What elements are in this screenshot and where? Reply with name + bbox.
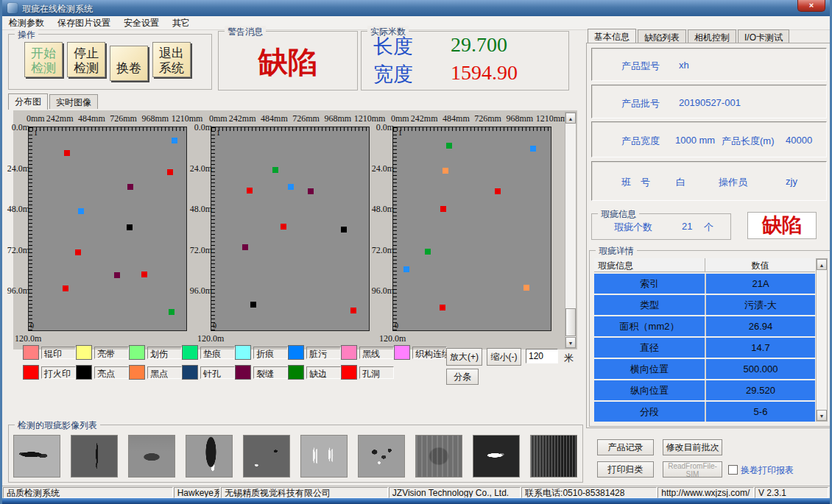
tab-right-3[interactable]: 相机控制 [688,29,736,44]
plot-scrollbar[interactable]: ▲▼ [565,112,577,349]
shift-label: 班 号 [621,176,650,189]
defect-point [530,146,536,152]
x-tick-label: 242mm [46,113,74,124]
table-scrollbar[interactable]: ▲ ▼ [816,258,828,422]
operation-caption: 操作 [15,29,38,41]
x-tick-label: 242mm [411,113,438,124]
y-tick-label: 48.0m [363,204,394,215]
table-row[interactable]: 纵向位置29.520 [594,380,815,400]
table-row[interactable]: 直径14.7 [594,338,815,358]
y-tick-label: 96.0m [181,285,212,297]
x-axis-ticks [211,127,369,131]
title-bar: 瑕疵在线检测系统 × [2,0,830,16]
checkbox-icon[interactable] [728,465,738,475]
defect-thumbnail-10[interactable] [530,435,577,478]
print-on-rollchange-option[interactable]: 换卷打印报表 [728,464,794,477]
width-value: 1594.90 [451,61,518,88]
meter-unit-label: 米 [564,352,574,365]
row-name-cell: 类型 [594,299,705,312]
defect-thumbnail-8[interactable] [415,435,462,478]
defect-thumbnail-1[interactable] [13,435,60,478]
tab-right-2[interactable]: 缺陷列表 [638,29,686,44]
scroll-down-icon[interactable]: ▼ [565,337,576,348]
op-button-start[interactable]: 开始检测 [24,42,63,77]
split-button[interactable]: 分条 [446,369,479,385]
legend-swatch [341,345,357,360]
defect-detail-group: 瑕疵详情 瑕疵信息 数值 索引21A类型污渍-大面积（mm2）26.94直径14… [589,250,831,427]
distribution-plot-area: 100mm242mm484mm726mm968mm1210mm0.0m24.0m… [13,110,577,349]
zoom-in-button[interactable]: 放大(+) [446,348,482,366]
op-button-stop[interactable]: 停止检测 [67,42,105,77]
shift-value: 白 [676,176,685,189]
print-classify-button[interactable]: 打印归类 [597,461,654,478]
defect-thumbnail-9[interactable] [473,435,520,478]
product-batch-box: 产品批号 20190527-001 [591,85,827,118]
menu-item-2[interactable]: 保存图片设置 [51,17,117,29]
product-record-button[interactable]: 产品记录 [597,439,654,455]
table-row[interactable]: 面积（mm2）26.94 [594,316,815,336]
scatter-panel-3[interactable]: 10 [392,127,551,331]
legend-label: 垫痕 [200,347,235,359]
table-row[interactable]: 类型污渍-大 [594,295,815,315]
y-bottom-label: 120.0m [197,333,224,344]
panel-index-label: 1 [34,129,38,137]
app-window: 瑕疵在线检测系统 × 检测参数保存图片设置安全设置其它 操作 开始检测停止检测换… [0,0,832,504]
status-section-4: JZVision Technology Co., Ltd. [389,487,521,498]
tab-view-2[interactable]: 实时图像 [49,94,98,109]
menu-item-3[interactable]: 安全设置 [117,17,166,29]
defect-point [288,184,294,190]
range-input[interactable] [526,349,558,363]
col-header-value[interactable]: 数值 [705,258,815,271]
read-from-file-button[interactable]: ReadFromFile-SIM [663,461,722,478]
scatter-panel-2[interactable]: 10 [211,127,370,331]
table-row[interactable]: 索引21A [594,274,815,294]
row-value-cell: 污渍-大 [705,295,815,315]
windows-taskbar[interactable] [2,498,830,504]
legend-label: 亮点 [94,366,129,379]
tab-view-1[interactable]: 分布图 [8,93,48,110]
scroll-up-icon[interactable]: ▲ [817,259,827,270]
view-tabs: 分布图实时图像 [8,94,99,110]
scroll-up-icon[interactable]: ▲ [565,113,576,124]
legend-label: 辊印 [41,347,76,359]
defect-point [75,249,81,255]
length-row: 长度 29.700 [373,33,557,60]
defect-thumbnail-5[interactable] [243,435,290,478]
status-section-6: http://www.wxjzsj.com/ [658,487,754,498]
scatter-panel-1[interactable]: 10 [28,127,187,331]
x-tick-label: 484mm [443,113,470,124]
legend-swatch [235,345,251,360]
legend-swatch [394,345,410,360]
op-button-exit[interactable]: 退出系统 [152,42,191,77]
defect-thumbnail-3[interactable] [128,435,175,478]
x-tick-label: 1210mm [536,113,568,124]
modify-batch-button[interactable]: 修改目前批次 [663,439,722,455]
x-tick-label: 726mm [110,113,137,124]
defect-thumbnail-4[interactable] [186,435,233,478]
x-axis-ticks [393,127,551,131]
legend-label: 针孔 [200,366,235,379]
defect-thumbnail-6[interactable] [300,435,348,478]
scroll-thumb[interactable] [565,308,576,336]
defect-thumbnail-2[interactable] [71,435,118,478]
defect-thumbnail-7[interactable] [358,435,405,478]
warning-text: 缺陷 [219,42,357,82]
defect-point [446,143,452,149]
legend-swatch [76,345,92,360]
defect-point [308,188,314,194]
op-button-roll[interactable]: 换卷 [110,46,148,81]
table-row[interactable]: 横向位置500.000 [594,359,815,379]
col-header-name[interactable]: 瑕疵信息 [594,258,705,271]
menu-item-4[interactable]: 其它 [166,17,197,29]
table-row[interactable]: 分段5-6 [594,402,815,422]
row-name-cell: 面积（mm2） [594,320,705,333]
scroll-down-icon[interactable]: ▼ [817,410,827,421]
menu-item-1[interactable]: 检测参数 [2,17,51,29]
zoom-out-button[interactable]: 缩小(-) [487,348,521,366]
defect-count-unit: 个 [704,221,713,234]
tab-right-4[interactable]: I/O卡测试 [738,29,789,44]
panel-index-label: 1 [398,129,402,137]
defect-point [247,188,253,194]
close-icon[interactable]: × [797,0,825,12]
width-label: 宽度 [373,61,451,88]
